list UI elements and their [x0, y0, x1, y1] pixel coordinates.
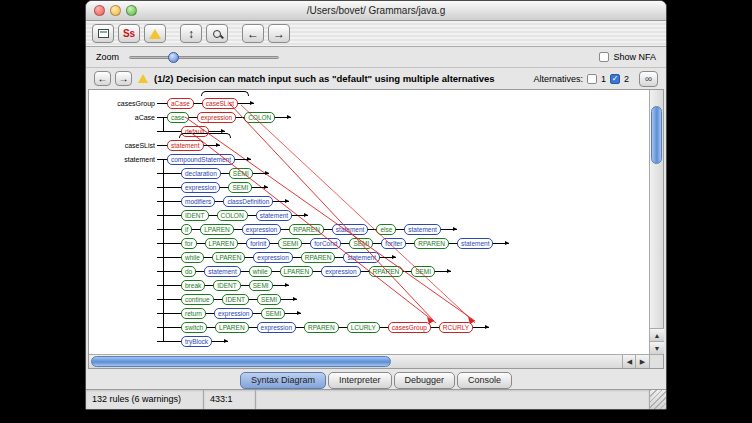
diagram-node-IDENT[interactable]: IDENT [181, 210, 209, 221]
horizontal-scrollbar-thumb[interactable] [91, 356, 391, 367]
diagram-node-IDENT[interactable]: IDENT [222, 294, 250, 305]
diagram-node-statement[interactable]: statement [256, 210, 293, 221]
rule-label-statement[interactable]: statement [89, 156, 157, 163]
diagram-node-expression[interactable]: expression [197, 112, 236, 123]
diagram-node-SEMI[interactable]: SEMI [249, 280, 273, 291]
diagram-node-tryBlock[interactable]: tryBlock [181, 336, 212, 347]
zoom-slider-track[interactable] [129, 56, 279, 59]
diagram-node-LPAREN[interactable]: LPAREN [200, 224, 234, 235]
title-bar[interactable]: /Users/bovet/ Grammars/java.g [86, 1, 666, 21]
diagram-node-statement[interactable]: statement [204, 266, 241, 277]
diagram-node-IDENT[interactable]: IDENT [213, 280, 241, 291]
scroll-left-button[interactable]: ◀ [622, 355, 636, 368]
document-button[interactable] [92, 24, 114, 43]
diagram-node-RPAREN[interactable]: RPAREN [304, 322, 339, 333]
diagram-node-RPAREN[interactable]: RPAREN [289, 224, 324, 235]
diagram-node-caseSList[interactable]: caseSList [202, 98, 238, 109]
diagram-node-LPAREN[interactable]: LPAREN [212, 252, 246, 263]
diagram-node-classDefinition[interactable]: classDefinition [223, 196, 273, 207]
diagram-node-statement[interactable]: statement [332, 224, 369, 235]
sort-button[interactable]: ↕ [180, 24, 202, 43]
diagram-node-COLON[interactable]: COLON [244, 112, 275, 123]
tab-interpreter[interactable]: Interpreter [328, 372, 392, 389]
diagram-node-statement[interactable]: statement [343, 252, 380, 263]
horizontal-scrollbar[interactable]: ◀ ▶ [89, 354, 649, 368]
connector-line [406, 243, 414, 244]
diagram-node-LPAREN[interactable]: LPAREN [280, 266, 314, 277]
diagram-node-LPAREN[interactable]: LPAREN [215, 322, 249, 333]
resize-grip[interactable] [650, 390, 666, 409]
diagram-node-RPAREN[interactable]: RPAREN [414, 238, 449, 249]
diagram-node-break[interactable]: break [181, 280, 205, 291]
diagram-node-SEMI[interactable]: SEMI [278, 238, 302, 249]
diagram-node-modifiers[interactable]: modifiers [181, 196, 215, 207]
diagram-node-SEMI[interactable]: SEMI [261, 308, 285, 319]
vertical-scrollbar[interactable]: ▲ ▼ [649, 90, 663, 354]
diagram-node-expression[interactable]: expression [321, 266, 360, 277]
diagram-node-switch[interactable]: switch [181, 322, 207, 333]
diagram-node-for[interactable]: for [181, 238, 197, 249]
rule-label-aCase[interactable]: aCase [89, 114, 157, 121]
diagram-node-LCURLY[interactable]: LCURLY [347, 322, 380, 333]
back-button[interactable]: ← [242, 24, 264, 43]
tab-syntax-diagram[interactable]: Syntax Diagram [240, 372, 326, 389]
link-alternatives-button[interactable]: ∞ [639, 71, 658, 87]
diagram-node-while[interactable]: while [249, 266, 272, 277]
warnings-button[interactable] [144, 24, 166, 43]
rule-label-caseSList[interactable]: caseSList [89, 142, 157, 149]
diagram-node-forCond[interactable]: forCond [310, 238, 341, 249]
rule-label-casesGroup[interactable]: casesGroup [89, 100, 157, 107]
diagram-node-expression[interactable]: expression [242, 224, 281, 235]
minimize-button[interactable] [110, 5, 121, 16]
forward-button[interactable]: → [268, 24, 290, 43]
diagram-node-return[interactable]: return [181, 308, 206, 319]
diagram-node-casesGroup[interactable]: casesGroup [388, 322, 431, 333]
diagram-node-SEMI[interactable]: SEMI [228, 182, 252, 193]
close-button[interactable] [94, 5, 105, 16]
diagram-node-do[interactable]: do [181, 266, 196, 277]
next-warning-button[interactable]: → [115, 71, 132, 86]
diagram-node-forInit[interactable]: forInit [246, 238, 270, 249]
diagram-node-continue[interactable]: continue [181, 294, 214, 305]
alternative-2-checkbox[interactable]: ✓ [610, 74, 620, 84]
diagram-node-SEMI[interactable]: SEMI [257, 294, 281, 305]
scroll-down-button[interactable]: ▼ [650, 341, 664, 354]
find-button[interactable] [206, 24, 228, 43]
diagram-node-compoundStatement[interactable]: compoundStatement [167, 154, 235, 165]
tab-console[interactable]: Console [457, 372, 512, 389]
syntax-diagram-canvas[interactable]: casesGroupaCasecaseSListaCasecaseexpress… [88, 89, 664, 369]
diagram-node-COLON[interactable]: COLON [217, 210, 248, 221]
diagram-node-expression[interactable]: expression [253, 252, 292, 263]
diagram-node-statement[interactable]: statement [167, 140, 204, 151]
diagram-node-RPAREN[interactable]: RPAREN [301, 252, 336, 263]
tab-debugger[interactable]: Debugger [394, 372, 456, 389]
diagram-node-declaration[interactable]: declaration [181, 168, 221, 179]
diagram-node-forIter[interactable]: forIter [381, 238, 406, 249]
zoom-slider[interactable] [129, 51, 279, 63]
zoom-slider-knob[interactable] [168, 52, 179, 63]
diagram-node-statement[interactable]: statement [457, 238, 494, 249]
diagram-node-statement[interactable]: statement [404, 224, 441, 235]
alternative-1-checkbox[interactable] [587, 74, 597, 84]
diagram-node-aCase[interactable]: aCase [167, 98, 194, 109]
diagram-node-RPAREN[interactable]: RPAREN [369, 266, 404, 277]
diagram-node-SEMI[interactable]: SEMI [349, 238, 373, 249]
diagram-node-expression[interactable]: expression [214, 308, 253, 319]
diagram-node-expression[interactable]: expression [181, 182, 220, 193]
diagram-node-expression[interactable]: expression [257, 322, 296, 333]
prev-warning-button[interactable]: ← [94, 71, 111, 86]
diagram-node-SEMI[interactable]: SEMI [411, 266, 435, 277]
show-nfa-checkbox[interactable] [599, 52, 609, 62]
scroll-right-button[interactable]: ▶ [635, 355, 649, 368]
diagram-node-RCURLY[interactable]: RCURLY [439, 322, 473, 333]
diagram-node-while[interactable]: while [181, 252, 204, 263]
diagram-node-else[interactable]: else [376, 224, 396, 235]
diagram-node-SEMI[interactable]: SEMI [229, 168, 253, 179]
maximize-button[interactable] [126, 5, 137, 16]
diagram-node-if[interactable]: if [181, 224, 192, 235]
vertical-scrollbar-thumb[interactable] [651, 106, 662, 164]
diagram-node-case[interactable]: case [167, 112, 189, 123]
syntax-coloring-button[interactable]: Ss [118, 24, 140, 43]
scroll-up-button[interactable]: ▲ [650, 328, 664, 341]
diagram-node-LPAREN[interactable]: LPAREN [205, 238, 239, 249]
